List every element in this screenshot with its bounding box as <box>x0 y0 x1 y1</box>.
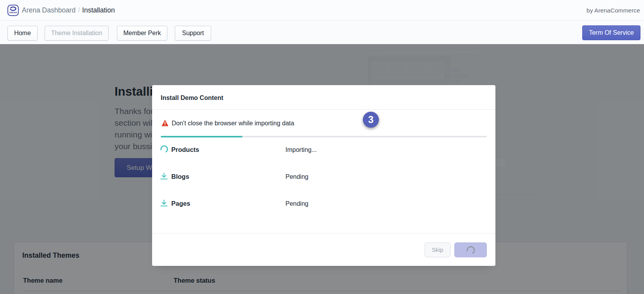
svg-text:ARENA: ARENA <box>9 11 18 14</box>
